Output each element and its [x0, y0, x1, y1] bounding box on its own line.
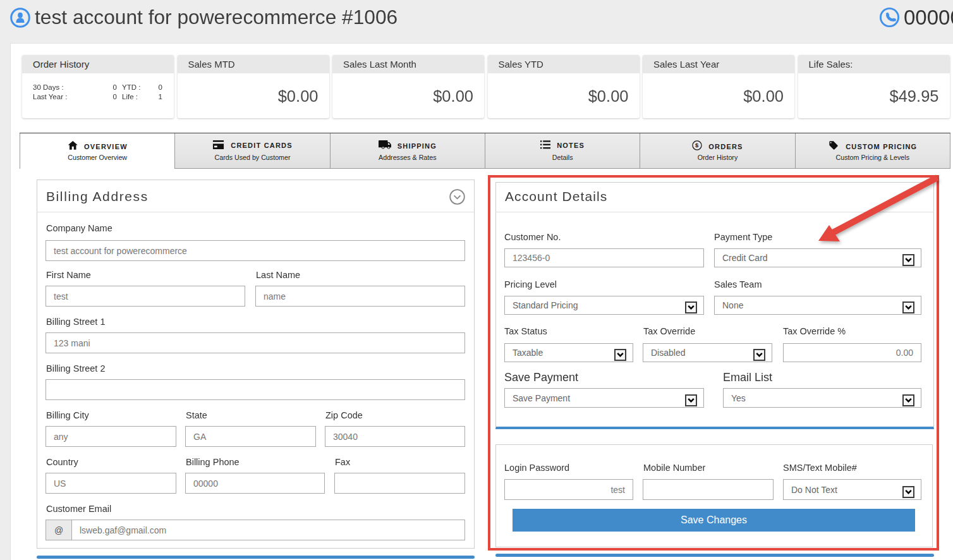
- svg-text:$: $: [695, 142, 699, 149]
